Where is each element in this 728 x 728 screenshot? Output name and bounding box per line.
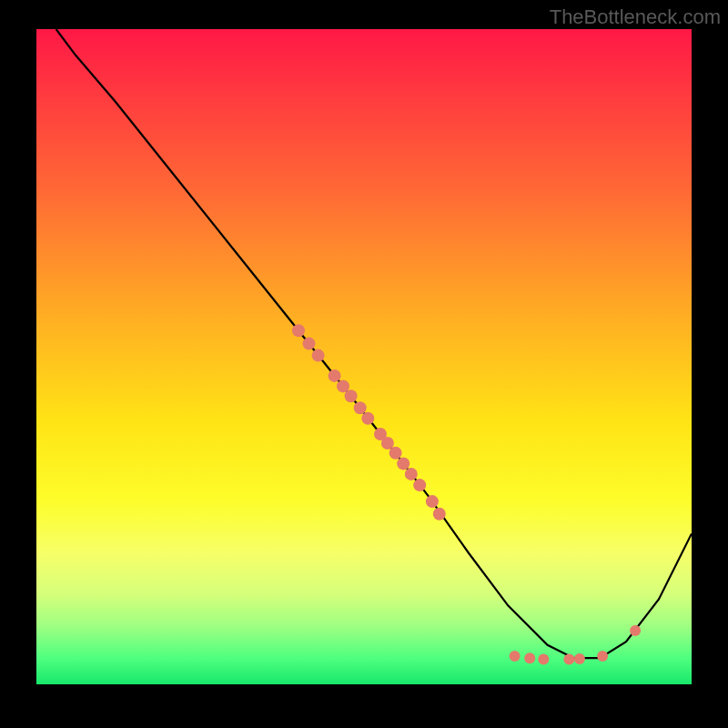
data-marker xyxy=(345,389,358,402)
data-marker xyxy=(597,651,608,662)
data-marker xyxy=(433,508,446,521)
data-marker xyxy=(413,479,426,491)
data-marker xyxy=(312,349,325,362)
data-marker xyxy=(381,437,394,450)
data-marker xyxy=(630,625,641,636)
data-marker xyxy=(574,653,585,664)
chart-frame: TheBottleneck.com xyxy=(0,0,728,728)
watermark-text: TheBottleneck.com xyxy=(550,5,721,29)
data-marker xyxy=(405,468,418,480)
data-marker xyxy=(397,457,410,470)
data-marker xyxy=(524,652,535,663)
plot-area xyxy=(36,29,692,684)
curve-svg xyxy=(36,29,692,684)
data-marker xyxy=(510,651,521,662)
data-marker xyxy=(361,412,374,425)
data-marker xyxy=(354,401,367,414)
data-marker xyxy=(303,338,316,350)
curve-line xyxy=(56,29,692,658)
data-marker xyxy=(329,369,341,382)
data-marker xyxy=(538,654,549,665)
data-marker xyxy=(426,495,439,508)
data-marker xyxy=(389,447,402,460)
marker-group xyxy=(292,324,641,664)
data-marker xyxy=(292,324,305,337)
data-marker xyxy=(563,654,574,665)
